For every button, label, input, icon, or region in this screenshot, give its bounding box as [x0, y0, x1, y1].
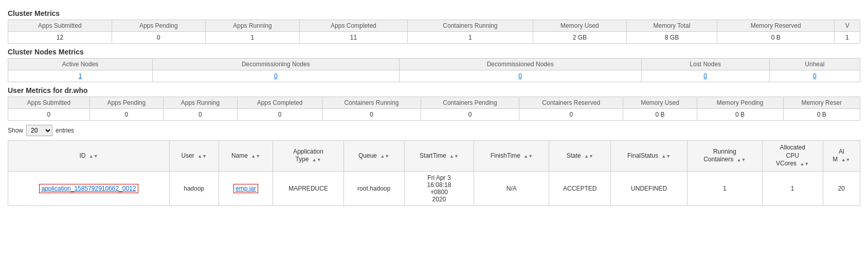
th-running-containers[interactable]: RunningContainers ▲▼ [687, 141, 762, 172]
val-v: 1 [835, 32, 860, 44]
sort-icon-start-time: ▲▼ [449, 154, 459, 159]
val-u-memory-used: 0 B [623, 109, 697, 121]
th-state[interactable]: State ▲▼ [549, 141, 611, 172]
page-wrapper: Cluster Metrics Apps Submitted Apps Pend… [0, 0, 868, 211]
val-decommissioned-nodes[interactable]: 0 [399, 70, 641, 82]
col-memory-used: Memory Used [533, 20, 626, 32]
col-u-containers-running: Containers Running [322, 97, 421, 109]
val-apps-submitted: 12 [8, 32, 112, 44]
col-u-apps-pending: Apps Pending [89, 97, 163, 109]
col-containers-running: Containers Running [407, 20, 533, 32]
cell-finish-time: N/A [474, 171, 549, 205]
sort-icon-queue: ▲▼ [380, 154, 389, 159]
applications-table: ID ▲▼ User ▲▼ Name ▲▼ ApplicationType ▲▼… [8, 140, 860, 206]
app-id-link[interactable]: application_1585792910662_0012 [39, 184, 138, 193]
val-memory-reserved: 0 B [717, 32, 835, 44]
th-app-type[interactable]: ApplicationType ▲▼ [273, 141, 343, 172]
cluster-nodes-title: Cluster Nodes Metrics [8, 48, 860, 56]
val-decommissioning-nodes[interactable]: 0 [152, 70, 399, 82]
col-u-containers-pending: Containers Pending [421, 97, 519, 109]
col-memory-reserved: Memory Reserved [717, 20, 835, 32]
col-u-memory-used: Memory Used [623, 97, 697, 109]
sort-icon-app-type: ▲▼ [312, 157, 321, 163]
col-decommissioned-nodes: Decommissioned Nodes [399, 59, 641, 70]
sort-icon-running-containers: ▲▼ [737, 157, 746, 163]
col-active-nodes: Active Nodes [8, 59, 153, 70]
col-u-containers-reserved: Containers Reserved [519, 97, 623, 109]
cluster-nodes-table: Active Nodes Decommissioning Nodes Decom… [8, 58, 860, 82]
sort-icon-user: ▲▼ [197, 154, 207, 159]
sort-icon-state: ▲▼ [584, 154, 593, 159]
cell-start-time: Fri Apr 316:08:18+08002020 [404, 171, 474, 205]
col-u-memory-pending: Memory Pending [697, 97, 783, 109]
val-u-apps-completed: 0 [238, 109, 322, 121]
show-label: Show [8, 127, 23, 134]
cell-name[interactable]: emp.jar [219, 171, 273, 205]
cell-al-m: 20 [823, 171, 860, 205]
col-apps-running: Apps Running [205, 20, 299, 32]
entries-select[interactable]: 10 20 50 100 [26, 125, 52, 136]
col-decommissioning-nodes: Decommissioning Nodes [152, 59, 399, 70]
col-unhealthy: Unheal [769, 59, 860, 70]
sort-icon-final-status: ▲▼ [661, 154, 671, 159]
sort-icon-id: ▲▼ [89, 154, 98, 159]
cell-running-containers: 1 [687, 171, 762, 205]
cluster-metrics-table: Apps Submitted Apps Pending Apps Running… [8, 20, 860, 44]
col-u-memory-reserved: Memory Reser [783, 97, 860, 109]
val-u-memory-pending: 0 B [697, 109, 783, 121]
col-apps-pending: Apps Pending [112, 20, 205, 32]
val-unhealthy[interactable]: 0 [769, 70, 860, 82]
cluster-metrics-title: Cluster Metrics [8, 9, 860, 17]
sort-icon-allocated-cpu: ▲▼ [800, 161, 809, 167]
col-v: V [835, 20, 860, 32]
val-u-containers-reserved: 0 [519, 109, 623, 121]
col-memory-total: Memory Total [626, 20, 717, 32]
col-lost-nodes: Lost Nodes [641, 59, 769, 70]
user-metrics-title: User Metrics for dr.who [8, 86, 860, 95]
user-metrics-table: Apps Submitted Apps Pending Apps Running… [8, 97, 860, 121]
val-active-nodes[interactable]: 1 [8, 70, 153, 82]
app-name-link[interactable]: emp.jar [233, 184, 258, 193]
sort-icon-name: ▲▼ [251, 154, 260, 159]
th-allocated-cpu[interactable]: AllocatedCPUVCores ▲▼ [762, 141, 823, 172]
col-u-apps-running: Apps Running [163, 97, 237, 109]
val-apps-pending: 0 [112, 32, 205, 44]
val-u-apps-running: 0 [163, 109, 237, 121]
th-name[interactable]: Name ▲▼ [219, 141, 273, 172]
cell-final-status: UNDEFINED [611, 171, 688, 205]
th-al-m[interactable]: AlM ▲▼ [823, 141, 860, 172]
table-row: application_1585792910662_0012 hadoop em… [8, 171, 860, 205]
val-memory-total: 8 GB [626, 32, 717, 44]
val-containers-running: 1 [407, 32, 533, 44]
th-final-status[interactable]: FinalStatus ▲▼ [611, 141, 688, 172]
entries-label: entries [56, 127, 74, 134]
val-u-containers-pending: 0 [421, 109, 519, 121]
val-apps-running: 1 [205, 32, 299, 44]
val-u-containers-running: 0 [322, 109, 421, 121]
val-u-memory-reserved: 0 B [783, 109, 860, 121]
sort-icon-al-m: ▲▼ [841, 157, 851, 163]
show-entries-control: Show 10 20 50 100 entries [8, 125, 860, 136]
cell-queue: root.hadoop [343, 171, 404, 205]
cell-state: ACCEPTED [549, 171, 611, 205]
col-u-apps-submitted: Apps Submitted [8, 97, 90, 109]
sort-icon-finish-time: ▲▼ [523, 154, 533, 159]
cell-app-type: MAPREDUCE [273, 171, 343, 205]
cell-user: hadoop [169, 171, 219, 205]
val-u-apps-submitted: 0 [8, 109, 90, 121]
th-user[interactable]: User ▲▼ [169, 141, 219, 172]
th-finish-time[interactable]: FinishTime ▲▼ [474, 141, 549, 172]
val-apps-completed: 11 [300, 32, 408, 44]
cell-allocated-cpu: 1 [762, 171, 823, 205]
th-id[interactable]: ID ▲▼ [8, 141, 170, 172]
val-u-apps-pending: 0 [89, 109, 163, 121]
val-lost-nodes[interactable]: 0 [641, 70, 769, 82]
th-queue[interactable]: Queue ▲▼ [343, 141, 404, 172]
col-u-apps-completed: Apps Completed [238, 97, 322, 109]
val-memory-used: 2 GB [533, 32, 626, 44]
cell-app-id[interactable]: application_1585792910662_0012 [8, 171, 170, 205]
th-start-time[interactable]: StartTime ▲▼ [404, 141, 474, 172]
col-apps-submitted: Apps Submitted [8, 20, 112, 32]
col-apps-completed: Apps Completed [300, 20, 408, 32]
